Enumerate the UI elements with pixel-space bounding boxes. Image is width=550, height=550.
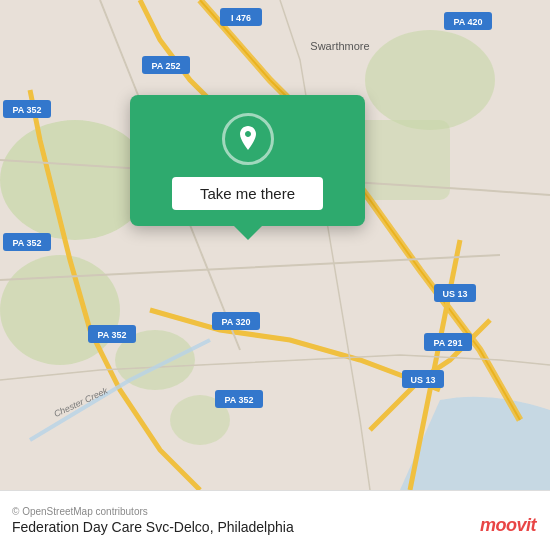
svg-text:PA 291: PA 291	[433, 338, 462, 348]
svg-point-3	[365, 30, 495, 130]
svg-point-1	[0, 120, 150, 240]
location-pin-icon	[233, 124, 263, 154]
moovit-logo: moovit	[480, 515, 536, 536]
take-me-there-button[interactable]: Take me there	[172, 177, 323, 210]
attribution-text: © OpenStreetMap contributors	[12, 506, 538, 517]
svg-text:I 476: I 476	[231, 13, 251, 23]
svg-text:PA 352: PA 352	[97, 330, 126, 340]
svg-text:PA 252: PA 252	[151, 61, 180, 71]
popup-card: Take me there	[130, 95, 365, 226]
svg-text:PA 320: PA 320	[221, 317, 250, 327]
bottom-bar: © OpenStreetMap contributors Federation …	[0, 490, 550, 550]
svg-text:Swarthmore: Swarthmore	[310, 40, 369, 52]
location-icon-wrapper	[222, 113, 274, 165]
place-name: Federation Day Care Svc-Delco, Philadelp…	[12, 519, 538, 535]
map-container: I 476 PA 420 PA 252 PA 352 PA 352 PA 352…	[0, 0, 550, 490]
svg-text:PA 420: PA 420	[453, 17, 482, 27]
moovit-logo-text: moovit	[480, 515, 536, 536]
svg-text:PA 352: PA 352	[12, 238, 41, 248]
svg-text:PA 352: PA 352	[12, 105, 41, 115]
svg-text:PA 352: PA 352	[224, 395, 253, 405]
svg-text:US 13: US 13	[410, 375, 435, 385]
svg-text:US 13: US 13	[442, 289, 467, 299]
map-background: I 476 PA 420 PA 252 PA 352 PA 352 PA 352…	[0, 0, 550, 490]
